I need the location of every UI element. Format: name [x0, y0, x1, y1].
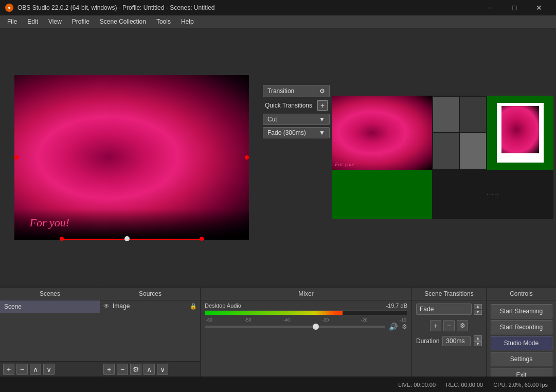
titlebar-controls: ─ □ ✕	[478, 0, 551, 15]
menu-view[interactable]: View	[43, 17, 67, 26]
controls-content: Start Streaming Start Recording Studio M…	[487, 300, 556, 377]
rp-mini-cell-1	[433, 97, 459, 132]
left-preview-canvas[interactable]	[14, 75, 249, 240]
duration-spin-down[interactable]: ▼	[474, 341, 482, 346]
source-item[interactable]: 👁 Image 🔒	[100, 300, 200, 312]
menu-profile[interactable]: Profile	[67, 17, 95, 26]
menu-scene-collection[interactable]: Scene Collection	[95, 17, 151, 26]
studio-mode-button[interactable]: Studio Mode	[491, 336, 552, 350]
handle-right[interactable]	[245, 155, 249, 159]
transition-panel: Transition ⚙ Quick Transitions + Cut ▼ F…	[263, 28, 330, 287]
volume-slider[interactable]	[205, 326, 385, 328]
rp-fr-top	[487, 96, 553, 170]
slider-handle-left[interactable]	[60, 237, 64, 241]
minimize-button[interactable]: ─	[478, 0, 501, 15]
scenes-up-button[interactable]: ∧	[30, 364, 41, 375]
scene-transitions-header: Scene Transitions	[412, 288, 486, 300]
scenes-add-button[interactable]: +	[3, 364, 14, 375]
st-plus-minus-row: + − ⚙	[412, 318, 486, 333]
scene-transitions-content: Fade ▲ ▼ + − ⚙ Duration 300ms ▲ ▼	[412, 300, 486, 377]
rp-bot-left	[332, 170, 432, 219]
st-spin-buttons: ▲ ▼	[474, 304, 482, 315]
status-cpu: CPU: 2.0%, 60.00 fps	[493, 382, 548, 388]
sources-add-button[interactable]: +	[103, 364, 115, 375]
duration-input[interactable]: 300ms	[442, 336, 471, 346]
slider-handle-right[interactable]	[200, 237, 204, 241]
scenes-toolbar: + − ∧ ∨	[0, 361, 100, 377]
slider-handle-mid[interactable]	[124, 236, 130, 241]
quick-transitions-row: Quick Transitions +	[263, 99, 330, 112]
volume-thumb[interactable]	[313, 324, 319, 330]
start-streaming-button[interactable]: Start Streaming	[491, 304, 552, 318]
rp-mini-row-2	[433, 133, 487, 169]
scenes-down-button[interactable]: ∨	[43, 364, 55, 375]
rp-mini-cell-4	[460, 133, 486, 169]
sources-down-button[interactable]: ∨	[157, 364, 168, 375]
menu-edit[interactable]: Edit	[22, 17, 43, 26]
st-gear-button[interactable]: ⚙	[457, 320, 468, 331]
st-add-button[interactable]: +	[430, 320, 441, 331]
st-spin-up[interactable]: ▲	[474, 304, 482, 309]
meter-scale: -60 -50 -40 -30 -20 -10	[205, 317, 407, 323]
scene-item[interactable]: Scene	[0, 300, 100, 313]
statusbar: LIVE: 00:00:00 REC: 00:00:00 CPU: 2.0%, …	[0, 377, 556, 392]
sources-settings-button[interactable]: ⚙	[130, 364, 141, 375]
st-remove-button[interactable]: −	[443, 320, 455, 331]
app-icon: ●	[5, 4, 13, 12]
close-button[interactable]: ✕	[527, 0, 551, 15]
menu-tools[interactable]: Tools	[151, 17, 176, 26]
settings-button[interactable]: Settings	[491, 352, 552, 366]
rp-left-rose	[332, 96, 432, 170]
rp-mini-cell-2	[460, 97, 486, 132]
rp-bottom: · · · · ·	[332, 170, 553, 219]
sources-panel: Sources 👁 Image 🔒 + − ⚙ ∧ ∨	[100, 288, 201, 377]
fade-dropdown[interactable]: Fade (300ms) ▼	[263, 127, 330, 138]
controls-header: Controls	[487, 288, 556, 300]
scenes-remove-button[interactable]: −	[16, 364, 28, 375]
duration-spin: ▲ ▼	[474, 335, 482, 346]
meter-bar	[205, 310, 407, 315]
titlebar: ● OBS Studio 22.0.2 (64-bit, windows) - …	[0, 0, 556, 15]
status-live: LIVE: 00:00:00	[398, 382, 436, 388]
rp-right-top	[432, 96, 488, 170]
left-preview	[0, 28, 263, 287]
bottom-panels: Scenes Scene + − ∧ ∨ Sources 👁 Image 🔒 +…	[0, 287, 556, 377]
cut-label: Cut	[267, 116, 277, 123]
start-recording-button[interactable]: Start Recording	[491, 320, 552, 334]
mixer-content: Desktop Audio -19.7 dB -60 -50 -40 -30 -…	[201, 300, 411, 377]
channel-settings-icon[interactable]: ⚙	[402, 323, 407, 330]
transition-gear-icon[interactable]: ⚙	[319, 87, 325, 95]
status-rec: REC: 00:00:00	[446, 382, 483, 388]
lock-icon[interactable]: 🔒	[190, 303, 197, 310]
sources-content: 👁 Image 🔒	[100, 300, 200, 361]
titlebar-left: ● OBS Studio 22.0.2 (64-bit, windows) - …	[5, 4, 215, 12]
scenes-content: Scene	[0, 300, 100, 361]
source-label: Image	[113, 302, 130, 310]
menu-help[interactable]: Help	[176, 17, 199, 26]
handle-left[interactable]	[14, 155, 19, 159]
scenes-header: Scenes	[0, 288, 100, 300]
speaker-icon[interactable]: 🔊	[389, 323, 398, 331]
rp-bot-right: · · · · ·	[432, 170, 554, 219]
transition-label: Transition	[267, 87, 294, 95]
duration-row: Duration 300ms ▲ ▼	[412, 333, 486, 348]
st-fade-select[interactable]: Fade	[416, 304, 472, 315]
quick-transitions-add-button[interactable]: +	[317, 100, 328, 111]
eye-icon[interactable]: 👁	[103, 302, 110, 310]
preview-slider[interactable]	[60, 239, 204, 240]
mixer-channel: Desktop Audio -19.7 dB -60 -50 -40 -30 -…	[201, 300, 411, 333]
duration-label: Duration	[416, 337, 439, 345]
channel-name-row: Desktop Audio -19.7 dB	[205, 302, 407, 309]
st-spin-down[interactable]: ▼	[474, 310, 482, 315]
cut-dropdown[interactable]: Cut ▼	[263, 114, 330, 125]
menu-file[interactable]: File	[2, 17, 22, 26]
rp-bot-text: · · · · ·	[487, 192, 498, 197]
right-preview-canvas[interactable]: · · · · ·	[332, 96, 553, 219]
duration-spin-up[interactable]: ▲	[474, 335, 482, 341]
sources-up-button[interactable]: ∧	[144, 364, 155, 375]
exit-button[interactable]: Exit	[491, 368, 552, 377]
sources-remove-button[interactable]: −	[117, 364, 128, 375]
channel-db: -19.7 dB	[386, 302, 407, 309]
maximize-button[interactable]: □	[503, 0, 526, 15]
mixer-panel: Mixer Desktop Audio -19.7 dB -60 -50 -40…	[201, 288, 412, 377]
